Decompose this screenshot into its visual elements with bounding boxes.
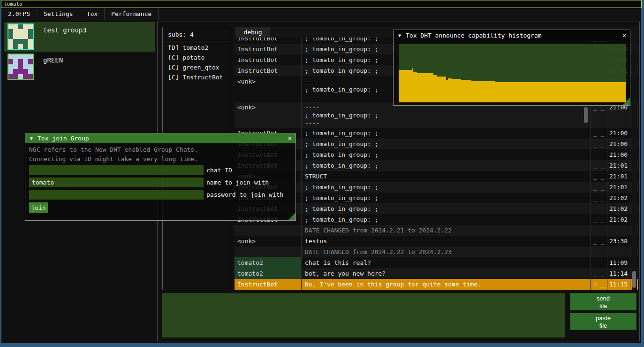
chat-timestamp [607,225,630,236]
chat-message-text: ; tomato_in_group: ; [302,182,591,193]
collapse-triangle-icon[interactable]: ▼ [394,33,406,38]
chat-message-text: No, I've been in this group for quite so… [302,279,591,290]
password-to-join-with-input[interactable] [29,190,204,200]
chat-message-text: ; tomato_in_group: ; [302,160,591,171]
chat-row[interactable]: <unk>---- ; tomato_in_group: ; ----_ _21… [235,102,638,128]
menu-item-performance[interactable]: Performance [105,8,159,20]
send-file-button[interactable]: sendfile [570,293,636,310]
group-avatar [8,23,34,50]
chat-message-text: STRUCT [302,171,591,182]
menu-bar: 2.0FPSSettingsToxPerformance [1,8,641,20]
close-icon[interactable]: ✕ [619,31,630,39]
chat-timestamp: 21:00 [607,139,630,149]
join-button[interactable]: join [29,202,48,213]
avatar-pixel [28,44,33,49]
chat-sender-name: <unk> [235,236,302,247]
chat-delivery-flags: _ _ [591,236,607,247]
member-item[interactable]: [C] potato [163,53,231,62]
histogram-bar [437,77,446,102]
chat-timestamp: 11:14 [607,268,630,279]
chat-sender-name: InstructBot [235,38,302,44]
chat-message-text: bot, are you new here? [302,268,591,279]
chat-message-text: DATE CHANGED from 2024.2.21 to 2024.2.22 [302,225,591,236]
chat-timestamp: 21:01 [607,171,630,182]
histogram-bar [467,80,471,102]
message-input[interactable] [162,293,565,338]
tab-debug[interactable]: debug [235,27,270,38]
chat-delivery-flags [591,247,607,257]
chat-delivery-flags: _ _ [591,257,607,268]
avatar-pixel [23,24,28,29]
chat-row[interactable]: InstructBotNo, I've been in this group f… [235,279,638,290]
name-to-join-with-input[interactable] [29,177,204,187]
avatar-pixel [18,34,23,39]
histogram-window-titlebar[interactable]: ▼ Tox DHT announce capability histogram … [394,30,630,40]
avatar-pixel [13,24,18,29]
menu-item-2-0fps[interactable]: 2.0FPS [1,8,37,20]
avatar-pixel [23,29,28,34]
menu-item-settings[interactable]: Settings [37,8,80,20]
menu-item-tox[interactable]: Tox [80,8,105,20]
chat-timestamp: 21:01 [607,182,630,193]
histogram-bar [448,78,452,102]
histogram-bar [461,80,467,102]
chat-sender-name: InstructBot [235,65,302,76]
resize-grip[interactable] [622,98,630,105]
chat-message-text: ; tomato_in_group: ; [302,128,591,139]
collapse-triangle-icon[interactable]: ▼ [25,136,38,141]
resize-grip[interactable] [288,213,295,220]
avatar-pixel [18,24,23,29]
avatar-pixel [23,44,28,49]
avatar-pixel [13,44,18,49]
avatar-pixel [23,54,28,59]
chat-id-input[interactable] [29,165,204,175]
member-item[interactable]: [C] green_qtox [163,62,231,72]
send-file-label-line2: file [599,302,607,309]
sidebar-item-test_group3[interactable]: test_group3 [4,22,155,52]
chat-row[interactable]: DATE CHANGED from 2024.2.22 to 2024.2.23 [235,247,638,257]
avatar-pixel [8,69,13,74]
chat-row[interactable]: tomato2chat is this real?_ _11:09 [235,257,638,268]
join-group-window: ▼ Tox join Group ✕ NGC refers to the New… [25,133,296,221]
chat-timestamp: 21:02 [607,214,630,225]
avatar-pixel [28,74,33,79]
chat-message-text: ; tomato_in_group: ; [302,203,591,214]
avatar-pixel [23,64,28,69]
chat-scrollbar-track[interactable] [632,38,637,290]
field-label: password to join with [206,190,283,200]
avatar-pixel [18,74,23,79]
chat-scrollbar-thumb[interactable] [632,271,636,288]
avatar-pixel [23,74,28,79]
avatar-pixel [28,59,33,64]
avatar-pixel [28,24,33,29]
avatar-pixel [13,34,18,39]
avatar-pixel [13,69,18,74]
window-title-bar[interactable]: tomato [1,0,642,8]
chat-row[interactable]: DATE CHANGED from 2024.2.21 to 2024.2.22 [235,225,638,236]
histogram-bar [417,73,433,102]
chat-timestamp: 21:02 [607,203,630,214]
histogram-bar [495,82,626,102]
avatar-pixel [8,29,13,34]
avatar-pixel [18,44,23,49]
chat-row[interactable]: tomato2bot, are you new here?_ _11:14 [235,268,638,279]
chat-timestamp: 21:02 [607,193,630,203]
window-title: tomato [4,1,23,7]
paste-file-button[interactable]: pastefile [570,313,636,330]
chat-delivery-flags: _ _ [591,182,607,193]
member-item[interactable]: [D] tomato2 [163,43,231,53]
sidebar-item-gREEN[interactable]: gREEN [4,52,155,82]
avatar-pixel [8,24,13,29]
chat-timestamp: 21:00 [607,149,630,160]
chat-row[interactable]: <unk>testus_ _23:38 [235,236,638,247]
join-window-titlebar[interactable]: ▼ Tox join Group ✕ [25,133,295,143]
app-window: tomato 2.0FPSSettingsToxPerformance test… [0,0,644,347]
chat-message-text: ; tomato_in_group: ; [302,214,591,225]
chat-delivery-flags: _ _ [591,139,607,149]
member-item[interactable]: [C] InstructBot [163,72,231,82]
message-cell-scrollbar-thumb[interactable] [584,107,588,123]
avatar-pixel [28,54,33,59]
chat-timestamp [607,247,630,257]
chat-sender-name: InstructBot [235,44,302,54]
close-icon[interactable]: ✕ [284,134,295,142]
